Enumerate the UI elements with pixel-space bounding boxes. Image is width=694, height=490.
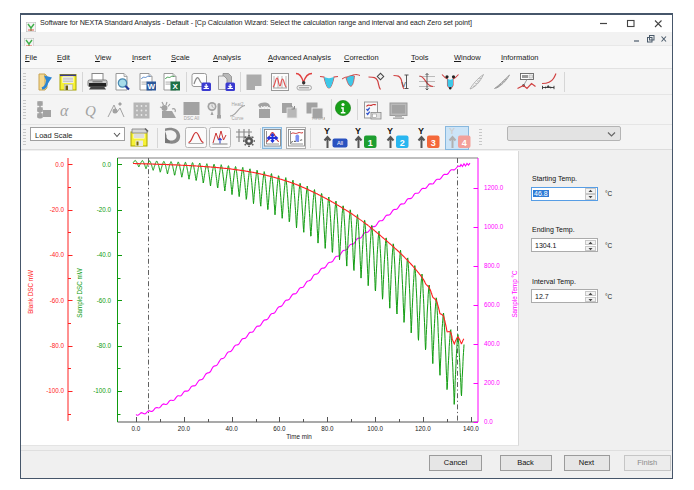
svg-text:-80.0: -80.0: [97, 342, 112, 349]
svg-text:2: 2: [399, 138, 404, 148]
svg-text:20.0: 20.0: [178, 425, 191, 432]
svg-text:60.0: 60.0: [273, 425, 286, 432]
svg-text:4: 4: [461, 138, 466, 148]
svg-text:α: α: [60, 102, 69, 119]
svg-text:1: 1: [368, 138, 373, 148]
svg-text:3: 3: [430, 138, 435, 148]
svg-text:600.0: 600.0: [484, 301, 500, 308]
svg-text:Y: Y: [418, 126, 424, 136]
svg-text:-60.0: -60.0: [50, 297, 65, 304]
svg-text:100.0: 100.0: [367, 425, 383, 432]
svg-text:TG DTA: TG DTA: [311, 116, 325, 121]
svg-text:Time min: Time min: [286, 433, 312, 440]
svg-text:-40.0: -40.0: [50, 251, 65, 258]
svg-text:-40.0: -40.0: [97, 251, 112, 258]
svg-text:Sample Temp °C: Sample Temp °C: [511, 270, 519, 318]
svg-text:400.0: 400.0: [484, 340, 500, 347]
svg-text:All: All: [337, 140, 343, 146]
svg-text:Blank DSC mW: Blank DSC mW: [27, 270, 34, 314]
svg-text:-100.0: -100.0: [93, 387, 111, 394]
svg-text:Y: Y: [387, 126, 393, 136]
svg-text:-60.0: -60.0: [97, 297, 112, 304]
svg-text:W: W: [147, 82, 155, 91]
svg-text:120.0: 120.0: [415, 425, 431, 432]
svg-text:-100.0: -100.0: [46, 387, 64, 394]
svg-text:Y: Y: [355, 126, 361, 136]
svg-text:1200.0: 1200.0: [484, 184, 504, 191]
svg-text:V: V: [401, 81, 406, 88]
svg-text:DSC All: DSC All: [183, 116, 199, 121]
svg-text:140.0: 140.0: [463, 425, 479, 432]
svg-text:800.0: 800.0: [484, 262, 500, 269]
svg-text:0.0: 0.0: [102, 161, 111, 168]
svg-text:1000.0: 1000.0: [484, 223, 504, 230]
svg-text:-80.0: -80.0: [50, 342, 65, 349]
svg-text:-20.0: -20.0: [97, 206, 112, 213]
svg-text:X: X: [172, 82, 178, 91]
svg-text:0.0: 0.0: [55, 161, 64, 168]
svg-text:Q: Q: [85, 103, 96, 119]
svg-text:Curve: Curve: [231, 116, 244, 121]
svg-text:0.0: 0.0: [484, 418, 493, 425]
svg-text:Y: Y: [449, 126, 455, 136]
svg-text:-20.0: -20.0: [50, 206, 65, 213]
svg-text:80.0: 80.0: [321, 425, 334, 432]
svg-text:40.0: 40.0: [226, 425, 239, 432]
svg-text:200.0: 200.0: [484, 379, 500, 386]
svg-text:Y: Y: [324, 126, 330, 136]
svg-text:Sample DSC mW: Sample DSC mW: [76, 268, 84, 317]
svg-text:0.0: 0.0: [132, 425, 141, 432]
